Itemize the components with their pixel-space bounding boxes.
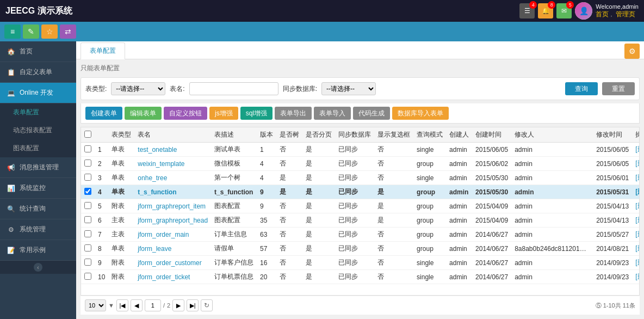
sidebar-item-msg-push[interactable]: 📢 消息推送管理 bbox=[0, 157, 76, 178]
row-checkbox-1[interactable] bbox=[84, 160, 91, 167]
import-btn[interactable]: 表单导入 bbox=[314, 107, 351, 120]
bell-icon-btn[interactable]: 🔔 8 bbox=[538, 3, 553, 19]
row-query-mode: single bbox=[413, 143, 446, 157]
sql-enhance-btn[interactable]: sql增强 bbox=[240, 107, 273, 120]
row-name[interactable]: jform_leave bbox=[134, 242, 211, 256]
next-page-btn[interactable]: ▶ bbox=[172, 299, 184, 311]
toolbar-edit-btn[interactable]: ✎ bbox=[23, 24, 39, 39]
home-link[interactable]: 首页 bbox=[596, 10, 609, 18]
reset-button[interactable]: 重置 bbox=[602, 82, 635, 95]
menu-icon-btn[interactable]: ☰ 4 bbox=[519, 3, 535, 19]
tab-form-config[interactable]: 表单配置 bbox=[81, 42, 125, 59]
query-button[interactable]: 查询 bbox=[565, 82, 598, 95]
op-link-删除[interactable]: [删除] bbox=[635, 160, 640, 167]
sidebar-item-sys-admin[interactable]: ⚙ 系统管理 bbox=[0, 219, 76, 240]
row-checkbox-4[interactable] bbox=[84, 202, 91, 209]
row-page: 是 bbox=[302, 171, 335, 185]
row-checkbox-8[interactable] bbox=[84, 259, 91, 266]
export-btn[interactable]: 表单导出 bbox=[275, 107, 312, 120]
select-all-checkbox[interactable] bbox=[84, 131, 91, 138]
sidebar-sub-form-config[interactable]: 表单配置 bbox=[0, 103, 76, 121]
row-create-time: 2015/04/09 bbox=[472, 199, 511, 213]
table-row: 4 单表 t_s_function t_s_function 9 是 是 已同步… bbox=[81, 185, 640, 199]
row-checkbox-cell bbox=[81, 228, 95, 242]
row-no: 10 bbox=[95, 270, 108, 284]
row-checkbox-3[interactable] bbox=[84, 188, 91, 195]
db-import-btn[interactable]: 数据库导入表单 bbox=[392, 107, 449, 120]
prev-page-btn[interactable]: ◀ bbox=[131, 299, 143, 311]
row-name[interactable]: t_s_function bbox=[134, 185, 211, 199]
row-checkbox-9[interactable] bbox=[84, 273, 91, 280]
refresh-btn[interactable]: ↻ bbox=[201, 299, 213, 311]
last-page-btn[interactable]: ▶| bbox=[187, 299, 199, 311]
op-link-删除[interactable]: [删除] bbox=[635, 188, 640, 195]
sidebar-item-sys-monitor-label: 系统监控 bbox=[20, 183, 46, 193]
header: JEECG 演示系统 ☰ 4 🔔 8 ✉ 5 👤 Welcome,admin 首… bbox=[0, 0, 644, 22]
sidebar-item-custom-form[interactable]: 📋 自定义表单 bbox=[0, 62, 76, 83]
row-sync: 已同步 bbox=[335, 270, 374, 284]
row-name[interactable]: onhe_tree bbox=[134, 171, 211, 185]
row-tree: 否 bbox=[276, 256, 302, 270]
codegen-btn[interactable]: 代码生成 bbox=[353, 107, 390, 120]
custom-btn-btn[interactable]: 自定义按钮 bbox=[164, 107, 207, 120]
row-ops: [删除][移栋][表单模板][功能测试][配置地址] bbox=[632, 185, 640, 199]
row-checkbox-7[interactable] bbox=[84, 244, 91, 251]
row-name[interactable]: jform_graphreport_item bbox=[134, 199, 211, 213]
row-checkbox-5[interactable] bbox=[84, 216, 91, 223]
toolbar-star-btn[interactable]: ☆ bbox=[41, 24, 58, 39]
db-select[interactable]: --请选择-- bbox=[321, 82, 376, 95]
welcome-text: Welcome,admin bbox=[596, 3, 639, 10]
op-link-删除[interactable]: [删除] bbox=[635, 216, 640, 224]
op-link-删除[interactable]: [删除] bbox=[635, 145, 640, 153]
row-name[interactable]: test_onetable bbox=[134, 143, 211, 157]
edit-form-btn[interactable]: 编辑表单 bbox=[125, 107, 162, 120]
op-link-删除[interactable]: [删除] bbox=[635, 273, 640, 280]
row-name[interactable]: jform_order_ticket bbox=[134, 270, 211, 284]
row-name[interactable]: jform_order_customer bbox=[134, 256, 211, 270]
row-no: 3 bbox=[95, 171, 108, 185]
type-label: 表类型: bbox=[85, 84, 107, 94]
row-desc: 订单机票信息 bbox=[211, 270, 257, 284]
row-checkbox-display: 否 bbox=[374, 228, 413, 242]
op-link-删除[interactable]: [删除] bbox=[635, 259, 640, 266]
row-page: 是 bbox=[302, 199, 335, 213]
row-ver: 9 bbox=[257, 199, 276, 213]
sidebar-sub-chart-config[interactable]: 图表配置 bbox=[0, 139, 76, 157]
op-link-删除[interactable]: [删除] bbox=[635, 202, 640, 210]
op-link-删除[interactable]: [删除] bbox=[635, 230, 640, 238]
sidebar-item-home-label: 首页 bbox=[20, 47, 33, 56]
row-name[interactable]: jform_order_main bbox=[134, 228, 211, 242]
row-ver: 63 bbox=[257, 228, 276, 242]
sidebar-sub-report-config[interactable]: 动态报表配置 bbox=[0, 121, 76, 139]
settings-icon-btn[interactable]: ⚙ bbox=[624, 44, 640, 59]
sidebar-item-online-dev[interactable]: 💻 Online 开发 bbox=[0, 83, 76, 103]
type-select[interactable]: --请选择-- bbox=[111, 82, 165, 95]
row-sync: 已同步 bbox=[335, 256, 374, 270]
row-type: 附表 bbox=[108, 270, 134, 284]
sidebar-item-examples[interactable]: 📝 常用示例 bbox=[0, 240, 76, 261]
toolbar-menu-btn[interactable]: ≡ bbox=[4, 24, 21, 39]
table-header-row: 表类型 表名 表描述 版本 是否树 是否分页 同步数据库 显示复选框 查询模式 … bbox=[81, 127, 640, 143]
row-name[interactable]: weixin_template bbox=[134, 157, 211, 171]
name-input[interactable] bbox=[189, 82, 278, 95]
js-enhance-btn[interactable]: js增强 bbox=[209, 107, 238, 120]
sidebar-item-home[interactable]: 🏠 首页 bbox=[0, 41, 76, 62]
sidebar-collapse-toggle[interactable]: ‹ bbox=[0, 261, 76, 274]
toolbar-share-btn[interactable]: ⇄ bbox=[60, 24, 76, 39]
op-link-删除[interactable]: [删除] bbox=[635, 174, 640, 181]
page-number-input[interactable] bbox=[145, 299, 161, 311]
admin-link[interactable]: 管理页 bbox=[616, 10, 635, 18]
row-checkbox-6[interactable] bbox=[84, 230, 91, 237]
mail-icon-btn[interactable]: ✉ 5 bbox=[556, 3, 572, 19]
page-size-select[interactable]: 10 20 50 bbox=[85, 299, 106, 311]
row-no: 8 bbox=[95, 242, 108, 256]
row-checkbox-0[interactable] bbox=[84, 145, 91, 152]
row-modifier: admin bbox=[511, 185, 593, 199]
first-page-btn[interactable]: |◀ bbox=[116, 299, 128, 311]
row-name[interactable]: jform_graphreport_head bbox=[134, 213, 211, 228]
create-form-btn[interactable]: 创建表单 bbox=[85, 107, 122, 120]
sidebar-item-sys-monitor[interactable]: 📊 系统监控 bbox=[0, 178, 76, 199]
sidebar-item-stats-query[interactable]: 🔍 统计查询 bbox=[0, 199, 76, 219]
row-checkbox-2[interactable] bbox=[84, 174, 91, 181]
op-link-删除[interactable]: [删除] bbox=[635, 244, 640, 252]
